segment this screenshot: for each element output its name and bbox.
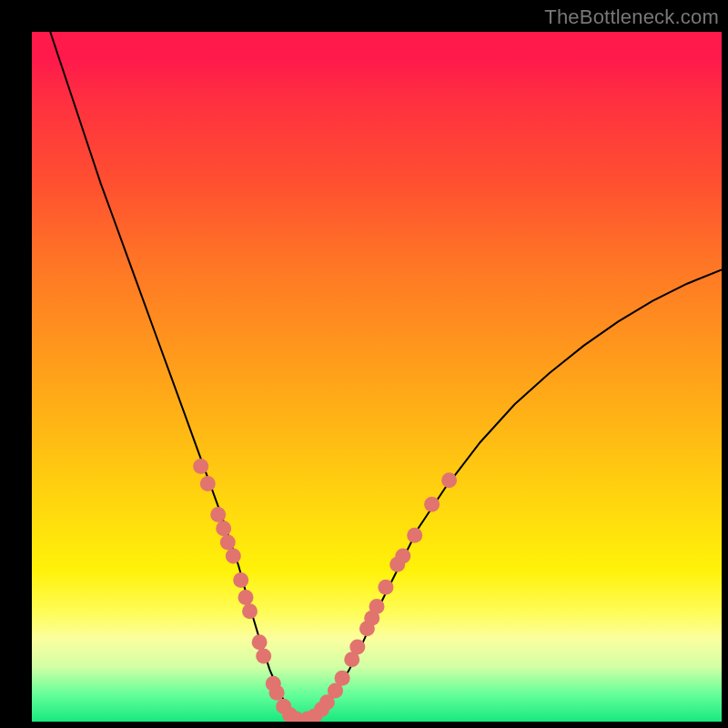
curve-marker <box>210 507 226 522</box>
curve-markers <box>193 459 457 722</box>
curve-marker <box>238 590 254 605</box>
curve-marker <box>256 649 271 664</box>
curve-marker <box>216 521 231 536</box>
curve-marker <box>424 497 440 512</box>
curve-marker <box>369 599 385 614</box>
curve-marker <box>395 549 410 564</box>
curve-marker <box>269 685 285 701</box>
curve-marker <box>349 640 365 655</box>
chart-frame: TheBottleneck.com <box>0 0 728 728</box>
curve-marker <box>226 549 241 564</box>
curve-marker <box>200 476 216 491</box>
curve-marker <box>441 472 457 488</box>
curve-marker <box>252 634 268 650</box>
curve-marker <box>242 603 258 619</box>
bottleneck-curve-svg <box>32 32 722 722</box>
curve-marker <box>220 534 236 550</box>
curve-marker <box>407 528 422 543</box>
plot-area <box>32 32 722 722</box>
watermark-text: TheBottleneck.com <box>544 5 719 29</box>
curve-marker <box>193 459 208 474</box>
curve-marker <box>378 580 393 595</box>
curve-marker <box>335 671 350 686</box>
curve-marker <box>233 572 248 588</box>
